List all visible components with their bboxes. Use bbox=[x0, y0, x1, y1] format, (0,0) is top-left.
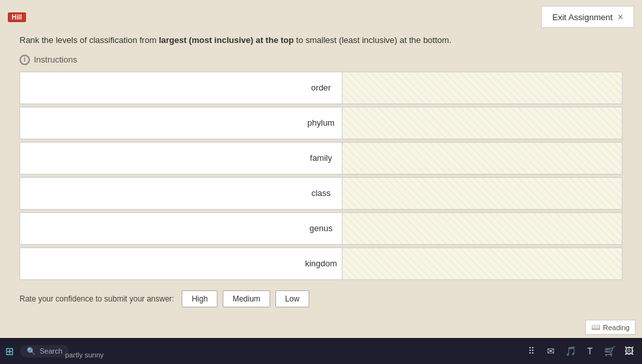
top-bar: Hill Exit Assignment × bbox=[0, 0, 642, 34]
row-label: genus bbox=[309, 223, 332, 233]
row-right-zone bbox=[342, 107, 622, 139]
reading-icon: 📖 bbox=[591, 323, 600, 331]
instruction-bold: largest (most inclusive) at the top bbox=[159, 35, 294, 45]
exit-assignment-label: Exit Assignment bbox=[552, 12, 613, 22]
confidence-label: Rate your confidence to submit your answ… bbox=[20, 294, 174, 303]
row-left-zone: order bbox=[20, 72, 342, 104]
info-icon: i bbox=[20, 55, 30, 65]
confidence-high-button[interactable]: High bbox=[182, 290, 217, 307]
taskbar-icon-store[interactable]: 🛒 bbox=[602, 343, 617, 359]
taskbar: ⊞ 🔍 Search ⠿ ✉ 🎵 T 🛒 🖼 partly sunny bbox=[0, 338, 642, 364]
row-right-zone bbox=[342, 248, 622, 279]
drag-row-row-kingdom[interactable]: kingdom bbox=[20, 247, 622, 280]
taskbar-start: ⊞ bbox=[5, 345, 16, 357]
close-icon: × bbox=[618, 12, 623, 22]
taskbar-icon-teams[interactable]: T bbox=[582, 343, 598, 359]
row-label: phylum bbox=[307, 118, 335, 128]
reading-badge: 📖 Reading bbox=[585, 320, 635, 335]
exit-assignment-button[interactable]: Exit Assignment × bbox=[541, 6, 634, 28]
instruction-prefix: Rank the levels of classification from bbox=[20, 35, 159, 45]
search-bar[interactable]: 🔍 Search bbox=[20, 345, 69, 357]
confidence-medium-button[interactable]: Medium bbox=[223, 290, 270, 307]
taskbar-icon-photos[interactable]: 🖼 bbox=[621, 343, 637, 359]
row-left-zone: class bbox=[20, 178, 342, 209]
hill-badge: Hill bbox=[8, 12, 26, 22]
reading-label: Reading bbox=[603, 324, 630, 331]
row-left-zone: family bbox=[20, 143, 342, 174]
search-label: Search bbox=[40, 347, 63, 355]
bottom-bar: Rate your confidence to submit your answ… bbox=[0, 287, 642, 311]
row-right-zone bbox=[342, 72, 622, 104]
row-label: kingdom bbox=[305, 259, 337, 268]
taskbar-icons: ⠿ ✉ 🎵 T 🛒 🖼 bbox=[523, 343, 637, 359]
row-left-zone: kingdom bbox=[20, 248, 342, 279]
weather-label: partly sunny bbox=[65, 351, 104, 359]
row-left-zone: genus bbox=[20, 213, 342, 244]
confidence-low-button[interactable]: Low bbox=[275, 290, 309, 307]
instructions-link[interactable]: i Instructions bbox=[20, 55, 622, 65]
drag-rows-container: order phylum family class genus bbox=[20, 72, 622, 280]
windows-icon[interactable]: ⊞ bbox=[5, 345, 14, 357]
search-icon: 🔍 bbox=[27, 347, 36, 356]
taskbar-icon-music[interactable]: 🎵 bbox=[563, 343, 578, 359]
row-label: family bbox=[310, 153, 332, 163]
instruction-text: Rank the levels of classification from l… bbox=[20, 34, 622, 47]
taskbar-icon-apps[interactable]: ⠿ bbox=[523, 343, 539, 359]
drag-row-row-class[interactable]: class bbox=[20, 177, 622, 210]
row-right-zone bbox=[342, 213, 622, 244]
row-right-zone bbox=[342, 143, 622, 174]
drag-row-row-genus[interactable]: genus bbox=[20, 212, 622, 245]
taskbar-icon-mail[interactable]: ✉ bbox=[543, 343, 559, 359]
main-content: Rank the levels of classification from l… bbox=[0, 34, 642, 287]
row-right-zone bbox=[342, 178, 622, 209]
instructions-label: Instructions bbox=[34, 55, 77, 64]
row-left-zone: phylum bbox=[20, 107, 342, 139]
row-label: order bbox=[311, 83, 331, 92]
drag-row-row-phylum[interactable]: phylum bbox=[20, 107, 622, 139]
row-label: class bbox=[311, 188, 331, 198]
drag-row-row-order[interactable]: order bbox=[20, 72, 622, 104]
instruction-suffix: to smallest (least inclusive) at the bot… bbox=[294, 35, 451, 45]
drag-row-row-family[interactable]: family bbox=[20, 142, 622, 175]
